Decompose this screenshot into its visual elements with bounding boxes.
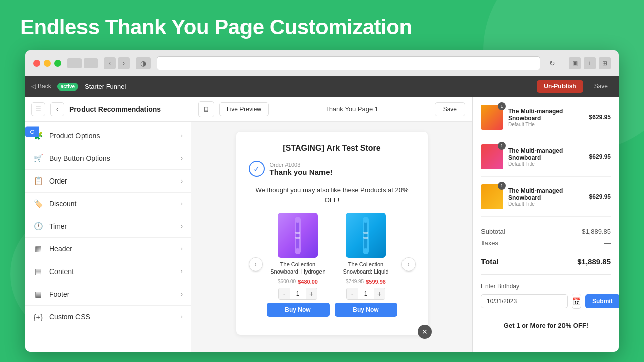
footer-label: Footer: [49, 290, 175, 298]
order-item-variant-2: Default Title: [508, 201, 584, 207]
hero-title: Endless Thank You Page Customization: [20, 15, 412, 39]
unpublish-button[interactable]: Un-Publish: [537, 80, 583, 93]
product-prices-1: $749.95 $599.96: [346, 279, 386, 285]
panel-collapse-btn[interactable]: ☰: [31, 102, 45, 116]
traffic-light-red[interactable]: [33, 60, 40, 67]
birthday-input-row: 📅 Submit: [481, 294, 611, 309]
product-name-0: The Collection Snowboard: Hydrogen: [267, 261, 330, 276]
carousel-prev-btn[interactable]: ‹: [249, 257, 263, 272]
discount-label: Discount: [49, 200, 175, 208]
carousel-next-btn[interactable]: ›: [401, 257, 416, 272]
preview-toolbar: 🖥 Live Preview Thank You Page 1 Save: [191, 97, 472, 122]
order-item-name-0: The Multi-managed Snowboard: [508, 108, 584, 122]
svg-point-8: [363, 217, 369, 223]
order-item-variant-0: Default Title: [508, 122, 584, 127]
order-item-2: 1 The Multi-managed Snowboard Default Ti…: [481, 184, 611, 217]
qty-minus-0[interactable]: -: [279, 288, 290, 299]
address-bar[interactable]: [157, 56, 540, 70]
panel-item-product-options[interactable]: 🧩 Product Options ›: [25, 125, 191, 147]
traffic-lights: [33, 60, 61, 67]
save-button-toolbar[interactable]: Save: [589, 80, 613, 93]
preview-panel: 🖥 Live Preview Thank You Page 1 Save ✕ […: [191, 97, 473, 352]
panel-item-header[interactable]: ▦ Header ›: [25, 238, 191, 260]
live-preview-button[interactable]: Live Preview: [219, 102, 269, 116]
window-btn-1[interactable]: [67, 58, 82, 68]
panel-item-discount[interactable]: 🏷️ Discount ›: [25, 193, 191, 215]
summary-taxes-row: Taxes —: [481, 239, 611, 247]
buy-button-options-label: Buy Button Options: [49, 154, 175, 162]
total-value: $1,889.85: [577, 257, 611, 266]
product-img-1: [346, 213, 386, 258]
new-tab-btn[interactable]: +: [584, 57, 596, 69]
panel-item-custom-css[interactable]: {+} Custom CSS ›: [25, 306, 191, 328]
qty-minus-1[interactable]: -: [347, 288, 358, 299]
panel-item-buy-button-options[interactable]: 🛒 Buy Button Options ›: [25, 147, 191, 170]
browser-chrome: ‹ › ◑ ↻ ▣ + ⊞: [25, 50, 619, 76]
save-button-preview[interactable]: Save: [435, 102, 465, 116]
main-content: O ☰ ‹ Product Recommendations 🧩 Product …: [25, 97, 619, 352]
back-button-app[interactable]: ◁ Back: [31, 83, 51, 90]
order-icon: 📋: [33, 176, 43, 186]
order-item-name-1: The Multi-managed Snowboard: [508, 147, 584, 161]
order-item-img-wrap-0: 1: [481, 105, 503, 130]
qty-value-0: 1: [293, 290, 303, 297]
product-cards: The Collection Snowboard: Hydrogen $600.…: [267, 213, 397, 317]
back-button[interactable]: ‹: [104, 57, 116, 69]
panel-item-content[interactable]: ▤ Content ›: [25, 260, 191, 283]
close-button[interactable]: ✕: [418, 325, 432, 339]
traffic-light-yellow[interactable]: [44, 60, 51, 67]
svg-rect-11: [363, 237, 368, 239]
price-sale-0: $480.00: [298, 279, 318, 285]
refresh-button[interactable]: ↻: [546, 57, 558, 69]
traffic-light-green[interactable]: [54, 60, 61, 67]
custom-css-icon: {+}: [33, 312, 43, 322]
product-card-1: The Collection Snowboard: Liquid $749.95…: [335, 213, 397, 317]
window-btn-2[interactable]: [84, 58, 98, 68]
birthday-section: Enter Birthday 📅 Submit: [481, 274, 611, 309]
svg-rect-5: [295, 237, 300, 239]
subtotal-value: $1,889.85: [582, 228, 611, 235]
overlay-tab[interactable]: O: [25, 127, 39, 137]
products-carousel: ‹ The Collection Snowboard: Hydrogen $60…: [249, 213, 416, 317]
browser-window: ‹ › ◑ ↻ ▣ + ⊞ ◁ Back active Starter Funn…: [25, 50, 619, 352]
calendar-icon-btn[interactable]: 📅: [572, 294, 581, 309]
custom-css-chevron: ›: [181, 313, 183, 320]
funnel-name: Starter Funnel: [85, 83, 126, 90]
panel-items-list: 🧩 Product Options › 🛒 Buy Button Options…: [25, 122, 191, 352]
buy-now-btn-0[interactable]: Buy Now: [267, 303, 330, 317]
order-item-info-2: The Multi-managed Snowboard Default Titl…: [508, 187, 584, 207]
grid-view-btn[interactable]: ⊞: [599, 57, 611, 69]
svg-point-2: [295, 217, 301, 223]
tab-view-btn[interactable]: ▣: [569, 57, 581, 69]
panel-item-footer[interactable]: ▤ Footer ›: [25, 283, 191, 306]
product-options-chevron: ›: [181, 132, 183, 139]
qty-row-0: - 1 +: [278, 288, 317, 300]
price-sale-1: $599.96: [366, 279, 386, 285]
order-number: Order #1003: [270, 162, 333, 168]
snowboard-svg-0: [288, 217, 308, 254]
qty-plus-1[interactable]: +: [374, 288, 385, 299]
product-name-1: The Collection Snowboard: Liquid: [335, 261, 397, 276]
forward-button[interactable]: ›: [118, 57, 130, 69]
left-panel: O ☰ ‹ Product Recommendations 🧩 Product …: [25, 97, 191, 352]
buy-button-options-icon: 🛒: [33, 153, 43, 163]
order-item-variant-1: Default Title: [508, 161, 584, 167]
taxes-label: Taxes: [481, 239, 498, 247]
discount-icon: 🏷️: [33, 199, 43, 209]
device-icon-btn[interactable]: 🖥: [198, 101, 214, 117]
panel-item-order[interactable]: 📋 Order ›: [25, 170, 191, 193]
order-label: Order: [49, 177, 175, 185]
order-item-name-2: The Multi-managed Snowboard: [508, 187, 584, 201]
panel-back-btn[interactable]: ‹: [50, 102, 64, 116]
qty-value-1: 1: [361, 290, 371, 297]
buy-now-btn-1[interactable]: Buy Now: [335, 303, 397, 317]
window-buttons: [67, 58, 98, 68]
product-card-0: The Collection Snowboard: Hydrogen $600.…: [267, 213, 330, 317]
birthday-input[interactable]: [481, 294, 568, 308]
order-item-img-wrap-2: 1: [481, 184, 503, 209]
panel-item-timer[interactable]: 🕐 Timer ›: [25, 215, 191, 238]
contrast-icon: ◑: [136, 57, 151, 69]
back-label: Back: [38, 83, 51, 90]
submit-birthday-btn[interactable]: Submit: [585, 294, 619, 308]
qty-plus-0[interactable]: +: [306, 288, 317, 299]
